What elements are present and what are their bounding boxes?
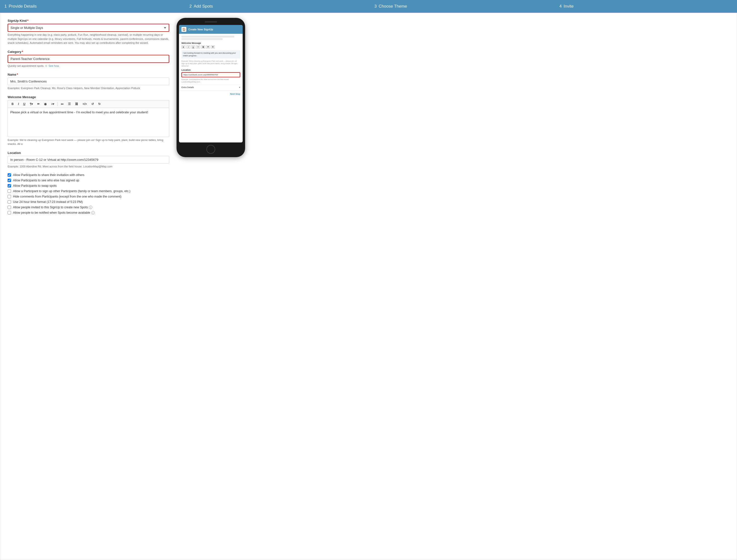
toolbar-italic[interactable]: I	[16, 101, 21, 107]
checkbox-5[interactable]	[8, 195, 11, 198]
checkbox-8[interactable]	[8, 211, 11, 214]
checkbox-item-7: Allow people invited to this SignUp to c…	[8, 206, 169, 209]
checkbox-1-label: Allow Participants to share their invita…	[13, 173, 84, 177]
wizard-step-4[interactable]: 4 Invite	[552, 0, 737, 13]
toolbar-separator-1	[57, 102, 58, 106]
info-icon-7[interactable]: i	[89, 206, 92, 209]
checkbox-3-label: Allow Participants to swap spots	[13, 184, 57, 187]
signup-kind-required: *	[27, 19, 28, 23]
checkbox-6[interactable]	[8, 200, 11, 204]
toolbar-color[interactable]: ◉	[42, 101, 48, 107]
checkbox-1[interactable]	[8, 173, 11, 177]
phone-toolbar: B I U T ⛓ ≔ ☰	[181, 45, 240, 49]
phone-content: Welcome Message B I U T ⛓ ≔ ☰ I am looki…	[179, 34, 243, 91]
toolbar-underline[interactable]: U	[22, 101, 27, 107]
welcome-message-hint: Example: We're cleaning up Evergreen Par…	[8, 138, 169, 146]
toolbar-highlight[interactable]: ✏	[35, 101, 41, 107]
welcome-message-editor[interactable]: Please pick a virtual or live appointmen…	[8, 108, 169, 137]
checkbox-7-label: Allow people invited to this SignUp to c…	[13, 206, 88, 209]
step-2-label: Add Spots	[194, 4, 213, 9]
wizard-steps: 1 Provide Details 2 Add Spots 3 Choose T…	[0, 0, 737, 13]
location-input[interactable]	[8, 156, 169, 163]
category-group: Category* Quickly set appointment spots.…	[8, 50, 169, 68]
phone-preview: 🏠 Create New SignUp Welcome Message B I …	[176, 18, 245, 555]
category-hint-text: Quickly set appointment spots.	[8, 64, 44, 67]
signup-kind-hint: Everything happening in one day (e.g. cl…	[8, 33, 169, 45]
location-label: Location	[8, 151, 169, 155]
welcome-message-group: Welcome Message B I U ¶▾ ✏ ◉ ≡▾ ≔ ☰ ⛓ </…	[8, 95, 169, 146]
toolbar-paragraph[interactable]: ¶▾	[28, 101, 35, 107]
phone-screen: 🏠 Create New SignUp Welcome Message B I …	[179, 25, 243, 142]
step-3-label: Choose Theme	[379, 4, 407, 9]
checkbox-4-label: Allow a Participant to sign up other Par…	[13, 189, 130, 193]
wizard-step-3[interactable]: 3 Choose Theme	[367, 0, 552, 13]
phone-toolbar-t: T	[196, 45, 200, 49]
checkbox-item-6: Use 24 hour time format (17:23 instead o…	[8, 200, 169, 204]
checkbox-2[interactable]	[8, 179, 11, 182]
phone-header: 🏠 Create New SignUp	[179, 25, 243, 34]
phone-toolbar-italic: I	[186, 45, 190, 49]
signup-kind-group: SignUp Kind* Single or Multiple Days Eve…	[8, 19, 169, 45]
checkbox-item-1: Allow Participants to share their invita…	[8, 173, 169, 177]
location-hint: Example: 1000 Aberdine Rd. Meet across f…	[8, 164, 169, 169]
toolbar-undo[interactable]: ↺	[90, 101, 95, 107]
checkbox-5-label: Hide comments from Participants (except …	[13, 195, 121, 198]
checkboxes-group: Allow Participants to share their invita…	[8, 173, 169, 214]
phone-toolbar-bold: B	[181, 45, 185, 49]
phone-location-value: https://us02web.zoom.us/j/4899590753!	[181, 72, 240, 77]
toolbar-redo[interactable]: ↻	[96, 101, 102, 107]
category-hint: Quickly set appointment spots. ⊙ See how…	[8, 64, 169, 68]
name-group: Name* Examples: Evergreen Park Cleanup, …	[8, 73, 169, 90]
phone-toolbar-list2: ☰	[211, 45, 215, 49]
phone-extra-label: Extra Details	[181, 86, 194, 89]
category-see-how-link[interactable]: See how.	[48, 64, 59, 67]
phone-example-text: Example: We're cleaning up Evergreen Par…	[181, 60, 240, 67]
toolbar-align[interactable]: ≡▾	[49, 101, 56, 107]
wizard-step-2[interactable]: 2 Add Spots	[182, 0, 367, 13]
step-4-label: Invite	[564, 4, 574, 9]
checkbox-8-label: Allow people to be notified when Spots b…	[13, 211, 90, 214]
toolbar-bold[interactable]: B	[10, 101, 15, 107]
phone-blurred-line-1	[181, 36, 234, 37]
checkbox-3[interactable]	[8, 184, 11, 187]
phone-home-icon: 🏠	[181, 27, 186, 32]
phone-location-hint: Example: 1000 Aberdine Rd. Meet across f…	[181, 78, 240, 83]
step-4-num: 4	[560, 4, 562, 9]
toolbar-ordered-list[interactable]: ≔	[59, 101, 65, 107]
phone-home-button	[206, 145, 215, 154]
toolbar-link[interactable]: ⛓	[73, 101, 80, 107]
toolbar-code[interactable]: </>	[81, 101, 88, 107]
phone-welcome-label: Welcome Message	[181, 42, 240, 44]
phone-toolbar-link2: ⛓	[201, 45, 205, 49]
phone-location-label: Location	[181, 69, 240, 71]
checkbox-2-label: Allow Participants to see who else has s…	[13, 179, 79, 182]
name-label: Name*	[8, 73, 169, 76]
step-1-label: Provide Details	[9, 4, 36, 9]
phone-blurred-line-2	[181, 38, 222, 40]
info-icon-8[interactable]: i	[91, 211, 95, 214]
name-input[interactable]	[8, 78, 169, 85]
signup-kind-select[interactable]: Single or Multiple Days	[8, 24, 169, 32]
checkbox-4[interactable]	[8, 189, 11, 193]
location-group: Location Example: 1000 Aberdine Rd. Meet…	[8, 151, 169, 169]
step-2-num: 2	[189, 4, 192, 9]
phone-extra-details: Extra Details ▾	[181, 84, 240, 89]
phone-toolbar-underline: U	[191, 45, 195, 49]
main-container: SignUp Kind* Single or Multiple Days Eve…	[0, 13, 737, 560]
wizard-step-1[interactable]: 1 Provide Details	[0, 0, 182, 13]
editor-toolbar: B I U ¶▾ ✏ ◉ ≡▾ ≔ ☰ ⛓ </> ↺ ↻	[8, 100, 169, 108]
welcome-message-content: Please pick a virtual or live appointmen…	[10, 110, 148, 114]
step-3-num: 3	[375, 4, 377, 9]
checkbox-7[interactable]	[8, 206, 11, 209]
category-input[interactable]	[8, 55, 169, 63]
phone-next-step[interactable]: Next Step	[179, 91, 243, 97]
signup-kind-label: SignUp Kind*	[8, 19, 169, 23]
green-circle-icon: ⊙	[45, 64, 47, 67]
phone-welcome-content: I am looking forward to meeting with you…	[181, 50, 240, 58]
toolbar-unordered-list[interactable]: ☰	[66, 101, 72, 107]
checkbox-item-3: Allow Participants to swap spots	[8, 184, 169, 187]
category-label: Category*	[8, 50, 169, 54]
category-required: *	[22, 50, 23, 54]
checkbox-item-4: Allow a Participant to sign up other Par…	[8, 189, 169, 193]
form-area: SignUp Kind* Single or Multiple Days Eve…	[0, 13, 176, 560]
